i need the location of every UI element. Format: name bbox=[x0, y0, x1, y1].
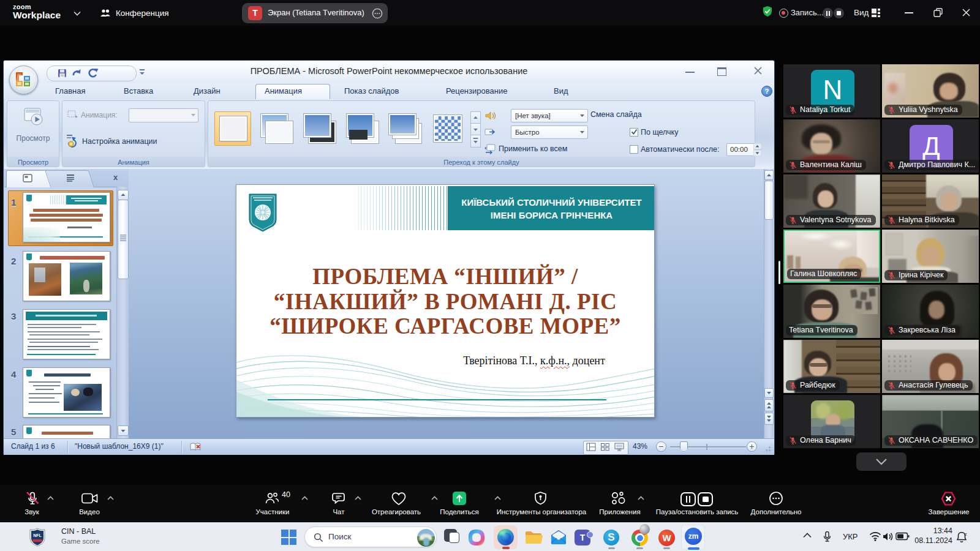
svg-text:z: z bbox=[965, 532, 967, 536]
svg-text:NFL: NFL bbox=[33, 533, 42, 538]
